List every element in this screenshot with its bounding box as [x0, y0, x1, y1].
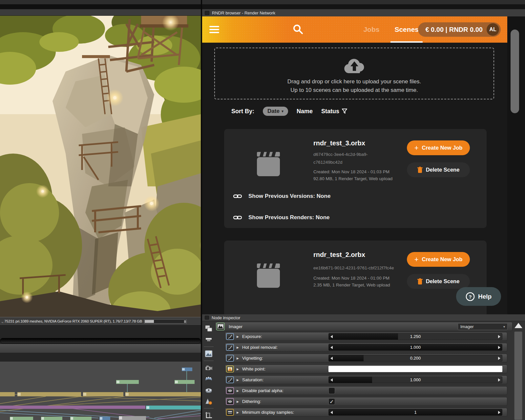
- expand-icon[interactable]: ▶: [237, 346, 239, 349]
- rndr-browser-window: RNDR browser - Render Network Jobs Scene…: [202, 0, 525, 420]
- sort-controls: Sort By: Date ▾ Name Status: [231, 107, 347, 116]
- delete-scene-button[interactable]: Delete Scene: [407, 162, 470, 177]
- scene-uuid-line2: c761249bc42d: [313, 160, 343, 165]
- color-gradient-icon: [226, 366, 234, 372]
- saturation-slider[interactable]: 1.000: [328, 376, 502, 383]
- sort-option-date[interactable]: Date ▾: [263, 107, 288, 116]
- progress-bar-nub: [184, 320, 186, 323]
- dithering-checkbox[interactable]: ✓: [328, 398, 335, 405]
- node-graph-canvas: [0, 362, 201, 420]
- copy-node-icon[interactable]: [204, 325, 213, 332]
- menu-hamburger-icon[interactable]: [209, 26, 219, 33]
- tab-scenes[interactable]: Scenes: [394, 16, 419, 43]
- camera-icon[interactable]: [204, 364, 213, 372]
- param-label: Minimum display samples:: [242, 410, 294, 415]
- param-row-saturation: ▶ Saturation: 1.000: [225, 375, 507, 384]
- scene-thumbnail-clapperboard-icon: [251, 149, 286, 181]
- render-viewport[interactable]: [0, 16, 201, 317]
- help-button[interactable]: ? Help: [456, 287, 501, 306]
- sort-option-status[interactable]: Status: [321, 108, 347, 115]
- top-window-strip-right: [202, 0, 525, 4]
- node-graph-editor[interactable]: [0, 362, 201, 420]
- exposure-slider[interactable]: 1.250: [328, 333, 502, 340]
- caret-down-icon: ▾: [503, 325, 505, 328]
- param-label: Disable partial alpha:: [242, 388, 284, 393]
- rndr-scrollbar-thumb[interactable]: [511, 30, 519, 113]
- window-control-icon[interactable]: [205, 316, 209, 320]
- upload-hint-line2: Up to 10 scenes can be uploaded at the s…: [215, 87, 494, 94]
- frame-crop-icon[interactable]: [204, 411, 213, 419]
- node-inspector-titlebar[interactable]: Node inspector: [202, 314, 525, 321]
- trash-icon: [417, 278, 423, 285]
- node-type-dropdown[interactable]: Imager ▾: [458, 323, 508, 330]
- hot-pixel-removal-value: 1.000: [329, 344, 502, 350]
- param-row-dithering: ▶ Dithering: ✓: [225, 397, 507, 406]
- rndr-scrollbar-track[interactable]: [507, 16, 525, 314]
- link-icon: [233, 194, 242, 199]
- plus-icon: +: [414, 256, 419, 263]
- white-point-color-swatch[interactable]: [328, 366, 502, 372]
- show-previous-versions-label: Show Previous Versions: None: [248, 193, 330, 200]
- trash-icon: [417, 167, 423, 173]
- vignetting-slider[interactable]: 0.200: [328, 355, 502, 362]
- scene-created: Created: Mon Nov 18 2024 - 01:03 PM: [313, 169, 389, 174]
- hot-pixel-removal-slider[interactable]: 1.000: [328, 344, 502, 351]
- inspector-tool-column: [203, 323, 215, 420]
- panel-gap: [0, 326, 201, 338]
- question-mark-icon: ?: [466, 292, 475, 301]
- window-control-icon[interactable]: [205, 11, 209, 15]
- expand-icon[interactable]: ▶: [237, 389, 239, 392]
- window-divider-right: [202, 4, 525, 9]
- show-previous-versions-link[interactable]: Show Previous Versions: None: [233, 193, 330, 200]
- node-inspector-title: Node inspector: [212, 315, 240, 320]
- panel-gap-2: [0, 353, 201, 362]
- collapse-node-icon[interactable]: [204, 336, 213, 344]
- upload-cloud-icon: [342, 57, 367, 76]
- inspector-scroll-up-icon[interactable]: [514, 323, 522, 328]
- rndr-app-header: Jobs Scenes € 0.00 | RNDR 0.00 AL: [202, 16, 507, 43]
- inspector-scrollbar-thumb[interactable]: [514, 331, 522, 420]
- scene-name: rndr_test_2.orbx: [313, 251, 365, 259]
- imager-node-icon: [216, 323, 225, 330]
- disable-partial-alpha-checkbox[interactable]: [328, 388, 335, 394]
- film-strip-icon[interactable]: [204, 375, 213, 383]
- vignetting-value: 0.200: [329, 355, 502, 361]
- show-previous-renders-link[interactable]: Show Previous Renders: None: [233, 214, 330, 221]
- node-type-dropdown-value: Imager: [460, 324, 473, 329]
- graph-horizontal-scrollbar[interactable]: [0, 338, 201, 344]
- param-row-exposure: ▶ Exposure: 1.250: [225, 332, 507, 341]
- expand-icon[interactable]: ▶: [237, 411, 239, 414]
- expand-icon[interactable]: ▶: [237, 357, 239, 360]
- param-label: White point:: [242, 367, 265, 371]
- param-row-vignetting: ▶ Vignetting: 0.200: [225, 354, 507, 363]
- expand-icon[interactable]: ▶: [237, 335, 239, 338]
- rndr-window-titlebar[interactable]: RNDR browser - Render Network: [202, 9, 525, 16]
- create-new-job-button[interactable]: + Create New Job: [407, 140, 470, 155]
- expand-icon[interactable]: ▶: [237, 400, 239, 403]
- scene-upload-dropzone[interactable]: Drag and drop or click here to upload yo…: [214, 48, 494, 99]
- minimum-display-samples-slider[interactable]: 1: [328, 409, 502, 416]
- create-new-job-button[interactable]: + Create New Job: [407, 252, 470, 267]
- geometry-cone-icon[interactable]: [204, 397, 213, 405]
- window-divider: [0, 4, 201, 9]
- tool-separator: [204, 361, 214, 361]
- delete-scene-label: Delete Scene: [426, 167, 460, 173]
- texture-disc-icon[interactable]: [204, 386, 213, 394]
- rndr-window-title: RNDR browser - Render Network: [212, 10, 275, 15]
- param-label: Exposure:: [242, 334, 262, 339]
- int-slider-icon: [226, 409, 234, 416]
- imager-node-header[interactable]: Imager Imager ▾: [215, 322, 513, 331]
- avatar[interactable]: AL: [487, 23, 499, 36]
- tab-jobs[interactable]: Jobs: [363, 16, 379, 43]
- expand-icon[interactable]: ▶: [237, 368, 239, 371]
- sort-option-name[interactable]: Name: [297, 108, 313, 115]
- check-icon: ✓: [329, 399, 334, 405]
- expand-icon[interactable]: ▶: [237, 378, 239, 382]
- top-window-strip: [0, 0, 201, 4]
- account-balance-pill[interactable]: € 0.00 | RNDR 0.00 AL: [418, 22, 501, 37]
- param-row-disable-partial-alpha: ▶ Disable partial alpha:: [225, 386, 507, 395]
- delete-scene-button[interactable]: Delete Scene: [407, 274, 470, 289]
- image-node-icon[interactable]: [204, 350, 213, 358]
- minimum-display-samples-value: 1: [329, 409, 502, 415]
- search-icon[interactable]: [292, 24, 304, 35]
